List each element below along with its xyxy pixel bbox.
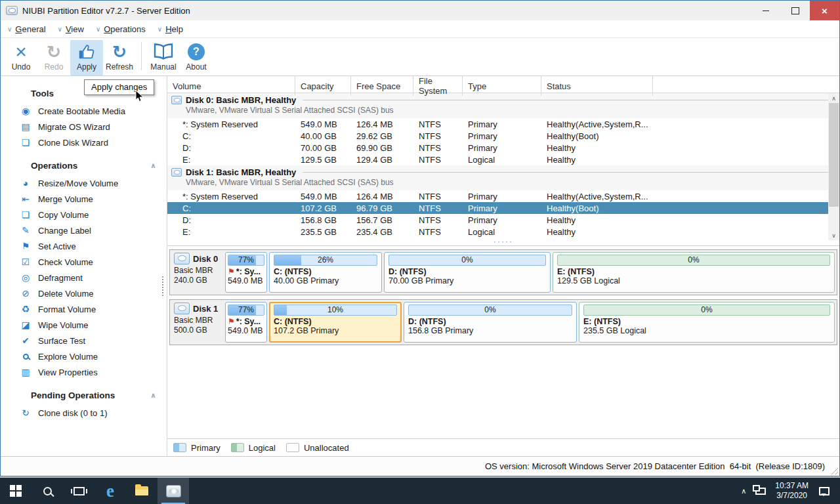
boot-flag-icon: ⚑ bbox=[228, 267, 235, 276]
sidebar-item-copy-volume[interactable]: ❏ Copy Volume bbox=[1, 207, 167, 222]
legend-unallocated-swatch bbox=[286, 443, 299, 452]
tray-chevron-icon[interactable]: ∧ bbox=[741, 487, 746, 495]
refresh-button[interactable]: ↻ Refresh bbox=[103, 40, 136, 75]
drive-icon bbox=[174, 303, 190, 314]
disk-icon bbox=[171, 96, 182, 104]
col-type[interactable]: Type bbox=[463, 76, 541, 96]
boot-flag-icon: ⚑ bbox=[228, 317, 235, 326]
sidebar-item-view-properties[interactable]: ▥ View Properties bbox=[1, 364, 167, 380]
col-file-system[interactable]: File System bbox=[413, 76, 463, 96]
menu-general[interactable]: ∨ General bbox=[7, 24, 46, 34]
undo-icon: × bbox=[15, 41, 27, 62]
sidebar-item-wipe-volume[interactable]: ◪ Wipe Volume bbox=[1, 317, 167, 333]
scrollbar-thumb[interactable] bbox=[829, 103, 839, 207]
sidebar-item-resize-move-volume[interactable]: ◕ Resize/Move Volume bbox=[1, 175, 167, 191]
redo-button[interactable]: ↻ Redo bbox=[37, 40, 70, 75]
sidebar-item-clone-disk-wizard[interactable]: ❏ Clone Disk Wizard bbox=[1, 135, 167, 150]
task-view-button[interactable] bbox=[63, 478, 94, 504]
taskbar-clock[interactable]: 10:37 AM 3/7/2020 bbox=[775, 481, 808, 501]
sidebar-item-surface-test[interactable]: ✔ Surface Test bbox=[1, 333, 167, 348]
sidebar-item-merge-volume[interactable]: ⇤ Merge Volume bbox=[1, 191, 167, 207]
menu-help[interactable]: ∨ Help bbox=[158, 24, 183, 34]
folder-icon bbox=[135, 486, 148, 495]
table-scrollbar[interactable]: ∧ ∨ bbox=[828, 93, 839, 240]
table-row[interactable]: E:129.5 GB129.4 GBNTFSLogicalHealthy bbox=[167, 154, 839, 165]
sidebar-item-change-label[interactable]: ✎ Change Label bbox=[1, 222, 167, 238]
close-button[interactable]: × bbox=[810, 1, 839, 20]
legend-logical-swatch bbox=[231, 443, 244, 452]
sidebar-item-defragment[interactable]: ◎ Defragment bbox=[1, 270, 167, 285]
drive-icon bbox=[174, 253, 190, 264]
sidebar-item-pending-clone-disk[interactable]: ↻ Clone disk (0 to 1) bbox=[1, 405, 167, 421]
col-volume[interactable]: Volume bbox=[167, 76, 295, 96]
disk0-group-header[interactable]: Disk 0: Basic MBR, Healthy VMware, VMwar… bbox=[167, 93, 839, 118]
merge-icon: ⇤ bbox=[20, 194, 32, 204]
col-status[interactable]: Status bbox=[541, 76, 653, 96]
scroll-up-icon[interactable]: ∧ bbox=[828, 93, 839, 103]
sidebar-item-check-volume[interactable]: ☑ Check Volume bbox=[1, 254, 167, 270]
partition-block-c[interactable]: 26% C: (NTFS) 40.00 GB Primary bbox=[269, 252, 382, 293]
task-view-icon bbox=[74, 487, 85, 495]
menu-operations[interactable]: ∨ Operations bbox=[96, 24, 146, 34]
about-button[interactable]: ? About bbox=[180, 40, 213, 75]
partition-block-sys[interactable]: 77% ⚑*: Sy... 549.0 MB bbox=[225, 302, 267, 343]
table-row[interactable]: D:70.00 GB69.90 GBNTFSPrimaryHealthy bbox=[167, 142, 839, 154]
file-explorer-button[interactable] bbox=[126, 478, 158, 504]
partition-block-sys[interactable]: 77% ⚑*: Sy... 549.0 MB bbox=[225, 252, 267, 293]
col-free-space[interactable]: Free Space bbox=[351, 76, 413, 96]
sidebar-splitter[interactable] bbox=[162, 276, 163, 296]
sidebar-item-set-active[interactable]: ⚑ Set Active bbox=[1, 238, 167, 254]
network-icon[interactable] bbox=[755, 488, 766, 495]
sidebar-item-create-bootable-media[interactable]: ◉ Create Bootable Media bbox=[1, 103, 167, 119]
minimize-button[interactable] bbox=[751, 1, 780, 20]
partition-block-e[interactable]: 0% E: (NTFS) 129.5 GB Logical bbox=[553, 252, 835, 293]
table-row-selected[interactable]: C:107.2 GB96.79 GBNTFSPrimaryHealthy(Boo… bbox=[167, 202, 839, 214]
sidebar-item-explore-volume[interactable]: Explore Volume bbox=[1, 348, 167, 364]
partition-block-c-selected[interactable]: 10% C: (NTFS) 107.2 GB Primary bbox=[269, 302, 402, 343]
table-row[interactable]: D:156.8 GB156.7 GBNTFSPrimaryHealthy bbox=[167, 214, 839, 226]
action-center-icon[interactable] bbox=[819, 487, 830, 495]
col-empty bbox=[653, 76, 839, 96]
delete-icon: ⊘ bbox=[20, 288, 32, 299]
col-capacity[interactable]: Capacity bbox=[295, 76, 351, 96]
table-resize-handle[interactable]: ····· bbox=[494, 239, 513, 245]
thumbs-up-icon bbox=[77, 41, 96, 62]
niubi-app-button[interactable] bbox=[158, 478, 189, 504]
collapse-icon: ∧ bbox=[150, 391, 156, 400]
table-row[interactable]: E:235.5 GB235.4 GBNTFSLogicalHealthy bbox=[167, 226, 839, 238]
section-pending-operations[interactable]: Pending Operations ∧ bbox=[1, 387, 167, 405]
partition-block-e[interactable]: 0% E: (NTFS) 235.5 GB Logical bbox=[579, 302, 835, 343]
partition-block-d[interactable]: 0% D: (NTFS) 70.00 GB Primary bbox=[384, 252, 551, 293]
section-operations[interactable]: Operations ∧ bbox=[1, 158, 167, 175]
sidebar-item-migrate-os-wizard[interactable]: ▤ Migrate OS Wizard bbox=[1, 119, 167, 135]
disk1-info[interactable]: Disk 1 Basic MBR 500.0 GB bbox=[172, 302, 223, 343]
disk1-group-header[interactable]: Disk 1: Basic MBR, Healthy VMware, VMwar… bbox=[167, 165, 839, 190]
scroll-down-icon[interactable]: ∨ bbox=[828, 230, 839, 240]
flag-icon: ⚑ bbox=[20, 241, 32, 251]
partition-block-d[interactable]: 0% D: (NTFS) 156.8 GB Primary bbox=[404, 302, 577, 343]
properties-icon: ▥ bbox=[20, 367, 32, 377]
undo-button[interactable]: × Undo bbox=[5, 40, 37, 75]
internet-explorer-button[interactable]: e bbox=[94, 478, 126, 504]
menu-view[interactable]: ∨ View bbox=[58, 24, 84, 34]
status-bar: OS version: Microsoft Windows Server 201… bbox=[1, 456, 839, 476]
sidebar-item-format-volume[interactable]: ♻ Format Volume bbox=[1, 301, 167, 317]
resize-grip[interactable] bbox=[830, 466, 838, 474]
os-version-text: OS version: Microsoft Windows Server 201… bbox=[485, 461, 825, 471]
app-icon bbox=[6, 6, 18, 15]
apply-button[interactable]: Apply bbox=[70, 40, 103, 75]
manual-button[interactable]: Manual bbox=[147, 40, 180, 75]
table-row[interactable]: *: System Reserved549.0 MB126.4 MBNTFSPr… bbox=[167, 190, 839, 202]
disk0-info[interactable]: Disk 0 Basic MBR 240.0 GB bbox=[172, 252, 223, 293]
legend-primary-swatch bbox=[173, 443, 186, 452]
taskbar-search-button[interactable] bbox=[32, 478, 63, 504]
clone-disk-icon: ❏ bbox=[20, 137, 32, 148]
table-row[interactable]: C:40.00 GB29.62 GBNTFSPrimaryHealthy(Boo… bbox=[167, 130, 839, 142]
start-button[interactable] bbox=[0, 478, 32, 504]
resize-move-icon: ◕ bbox=[20, 178, 32, 188]
table-row[interactable]: *: System Reserved549.0 MB126.4 MBNTFSPr… bbox=[167, 118, 839, 130]
legend: Primary Logical Unallocated bbox=[167, 438, 839, 456]
maximize-button[interactable] bbox=[780, 1, 810, 20]
toolbar-separator bbox=[141, 42, 142, 70]
sidebar-item-delete-volume[interactable]: ⊘ Delete Volume bbox=[1, 285, 167, 301]
